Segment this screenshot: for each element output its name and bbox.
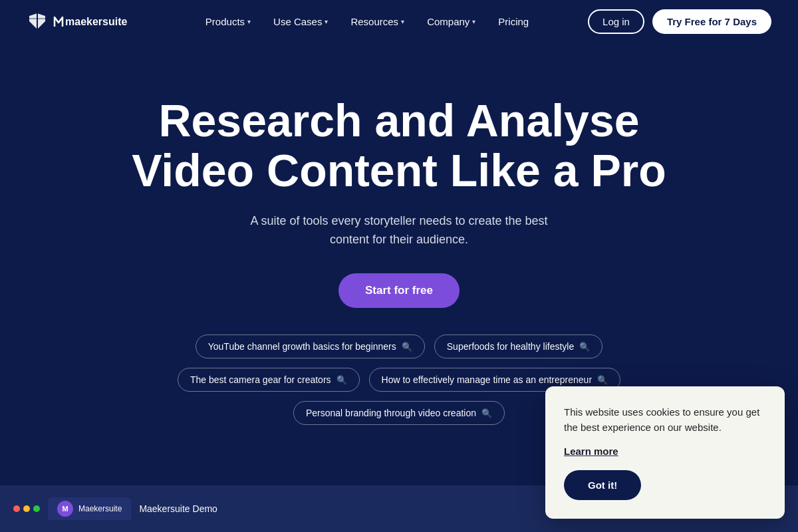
cookie-message: This website uses cookies to ensure you … bbox=[564, 405, 766, 435]
hero-subtitle: A suite of tools every storyteller needs… bbox=[233, 211, 565, 250]
hero-section: Research and Analyse Video Content Like … bbox=[0, 43, 798, 425]
nav-use-cases[interactable]: Use Cases ▾ bbox=[264, 11, 337, 33]
window-dots bbox=[13, 505, 40, 512]
close-dot bbox=[13, 505, 20, 512]
pill-youtube-growth[interactable]: YouTube channel growth basics for beginn… bbox=[196, 334, 425, 358]
nav-pricing[interactable]: Pricing bbox=[489, 11, 538, 33]
logo-text: maekersuite bbox=[65, 16, 127, 27]
cookie-got-it-button[interactable]: Got it! bbox=[564, 470, 641, 500]
search-icon: 🔍 bbox=[481, 408, 492, 418]
pill-superfoods[interactable]: Superfoods for healthy lifestyle 🔍 bbox=[434, 334, 602, 358]
nav-company[interactable]: Company ▾ bbox=[418, 11, 485, 33]
cookie-banner: This website uses cookies to ensure you … bbox=[545, 386, 785, 519]
pill-camera-gear[interactable]: The best camera gear for creators 🔍 bbox=[178, 368, 360, 392]
cookie-learn-more-link[interactable]: Learn more bbox=[564, 446, 766, 457]
hero-title: Research and Analyse Video Content Like … bbox=[126, 96, 672, 196]
video-demo-title: Maekersuite Demo bbox=[139, 503, 217, 514]
pills-row-3: Personal branding through video creation… bbox=[293, 401, 505, 425]
chevron-down-icon: ▾ bbox=[401, 18, 404, 25]
try-free-button[interactable]: Try Free for 7 Days bbox=[652, 9, 771, 34]
search-icon: 🔍 bbox=[402, 342, 412, 352]
maximize-dot bbox=[33, 505, 40, 512]
minimize-dot bbox=[23, 505, 30, 512]
nav-resources[interactable]: Resources ▾ bbox=[341, 11, 414, 33]
start-free-button[interactable]: Start for free bbox=[338, 273, 460, 308]
search-icon: 🔍 bbox=[597, 375, 608, 385]
browser-tab[interactable]: M Maekersuite bbox=[48, 497, 131, 520]
pill-personal-branding[interactable]: Personal branding through video creation… bbox=[293, 401, 505, 425]
chevron-down-icon: ▾ bbox=[247, 18, 251, 25]
pills-row-1: YouTube channel growth basics for beginn… bbox=[196, 334, 603, 358]
avatar: M bbox=[57, 501, 73, 517]
chevron-down-icon: ▾ bbox=[325, 18, 328, 25]
nav-actions: Log in Try Free for 7 Days bbox=[588, 9, 771, 34]
search-icon: 🔍 bbox=[579, 342, 590, 352]
nav-links: Products ▾ Use Cases ▾ Resources ▾ Compa… bbox=[196, 11, 538, 33]
navbar: maekersuite Products ▾ Use Cases ▾ Resou… bbox=[0, 0, 798, 43]
login-button[interactable]: Log in bbox=[588, 9, 644, 34]
search-icon: 🔍 bbox=[336, 375, 347, 385]
chevron-down-icon: ▾ bbox=[472, 18, 475, 25]
logo[interactable]: maekersuite bbox=[27, 11, 146, 32]
nav-products[interactable]: Products ▾ bbox=[196, 11, 260, 33]
